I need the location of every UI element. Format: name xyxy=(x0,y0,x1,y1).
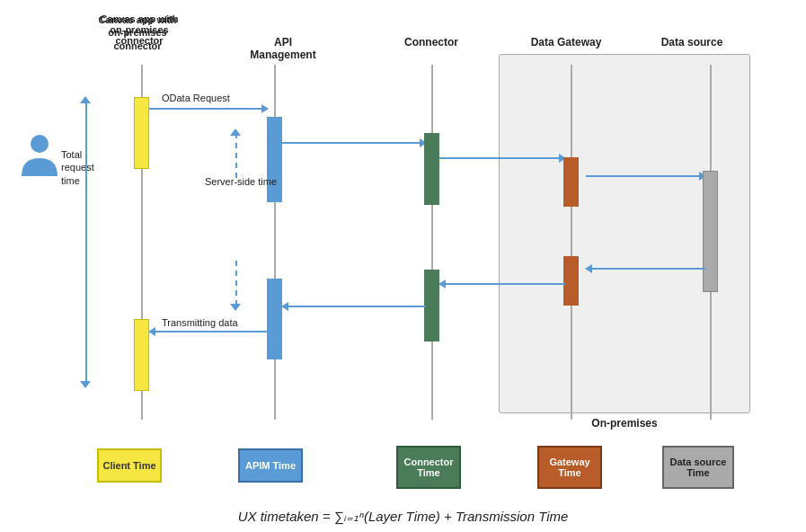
gateway-box-top xyxy=(563,157,579,207)
total-request-arrow-line xyxy=(85,101,87,384)
gateway-timeline xyxy=(571,65,572,420)
arrow-connector-to-gateway xyxy=(439,157,565,159)
header-api-management: API Management xyxy=(243,36,323,61)
legend-client-time: Client Time xyxy=(97,448,162,483)
person-icon xyxy=(20,133,59,182)
arrow-datasource-to-gateway-return xyxy=(586,268,705,270)
legend-connector-time: Connector Time xyxy=(396,446,461,489)
server-side-arrow-down-head xyxy=(230,304,241,311)
total-request-arrow-bottom xyxy=(80,381,91,388)
legend-gateway-time: Gateway Time xyxy=(537,446,602,489)
canvas-box-bottom xyxy=(134,319,149,391)
server-side-arrow-up xyxy=(235,133,237,178)
server-side-time-label: Server-side time xyxy=(205,175,277,188)
total-request-arrow-top xyxy=(80,96,91,103)
arrow-apim-to-canvas-return xyxy=(149,331,268,332)
gateway-box-bottom xyxy=(563,256,579,306)
formula-area: UX timetaken = ∑ᵢ₌₁ⁿ(Layer Time) + Trans… xyxy=(0,509,806,525)
server-side-arrow-up-head xyxy=(230,129,241,136)
datasource-box xyxy=(703,171,718,292)
connector-timeline xyxy=(431,65,433,420)
connector-box-top xyxy=(424,133,439,205)
canvas-box-top xyxy=(134,97,149,169)
legend-data-source-time: Data source Time xyxy=(662,446,734,489)
arrow-connector-to-apim-return xyxy=(282,306,426,307)
header-data-source: Data source xyxy=(656,36,728,49)
legend-apim-time: APIM Time xyxy=(238,448,303,483)
main-container: Canvas app with on-premises connector AP… xyxy=(0,0,806,532)
odata-request-label: OData Request xyxy=(162,93,230,103)
header-data-gateway: Data Gateway xyxy=(530,36,602,49)
header-connector: Connector xyxy=(395,36,467,49)
canvas-app-header: Canvas app with on-premises connector xyxy=(97,13,178,52)
apim-box-bottom xyxy=(267,279,282,359)
server-side-arrow-down xyxy=(235,261,237,306)
connector-box-bottom xyxy=(424,270,439,341)
arrow-apim-to-connector xyxy=(282,142,426,144)
arrow-gateway-to-datasource xyxy=(586,175,705,177)
arrow-gateway-to-connector-return xyxy=(439,283,565,285)
onprem-label: On-premises xyxy=(499,417,750,430)
svg-point-0 xyxy=(31,135,49,153)
apim-box-top xyxy=(267,117,282,202)
transmitting-data-label: Transmitting data xyxy=(162,317,238,328)
arrow-canvas-to-apim xyxy=(149,108,268,110)
